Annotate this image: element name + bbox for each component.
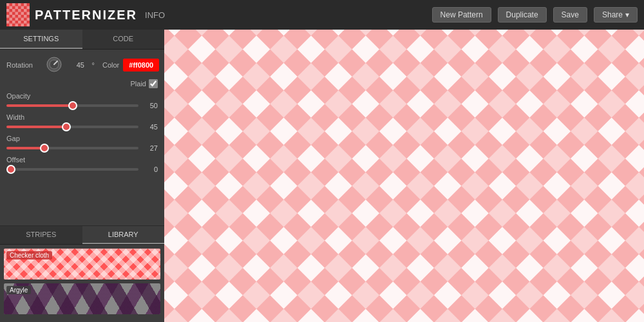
opacity-row: Opacity 50 — [6, 92, 158, 109]
app-header: PATTERNIZER INFO New Pattern Duplicate S… — [0, 0, 644, 30]
pattern-canvas — [164, 30, 644, 322]
tab-stripes[interactable]: STRIPES — [0, 226, 82, 244]
svg-rect-1 — [6, 3, 30, 26]
color-swatch[interactable]: #ff0800 — [123, 59, 159, 71]
info-label: INFO — [145, 10, 165, 20]
rotation-knob-icon — [46, 56, 62, 73]
gap-value: 27 — [142, 144, 158, 152]
color-label: Color — [102, 61, 119, 69]
main-area: SETTINGS CODE Rotation 45 ° — [0, 30, 644, 322]
pattern-preview — [164, 30, 644, 322]
gap-row: Gap 27 — [6, 135, 158, 152]
tab-library[interactable]: LIBRARY — [82, 226, 165, 244]
library-tabs: STRIPES LIBRARY — [0, 226, 164, 245]
rotation-label: Rotation — [6, 61, 42, 69]
sidebar: SETTINGS CODE Rotation 45 ° — [0, 30, 164, 322]
save-button[interactable]: Save — [553, 7, 587, 23]
library-content: Checker cloth Argyle — [0, 245, 164, 322]
plaid-row: Plaid — [6, 79, 158, 88]
plaid-checkbox[interactable] — [149, 79, 158, 88]
gap-slider[interactable] — [6, 147, 138, 149]
svg-rect-12 — [164, 30, 644, 322]
new-pattern-button[interactable]: New Pattern — [432, 7, 491, 23]
share-button[interactable]: Share ▾ — [594, 7, 638, 23]
list-item[interactable]: Checker cloth — [4, 249, 160, 279]
opacity-value: 50 — [142, 102, 158, 109]
offset-value: 0 — [142, 166, 158, 173]
library-item-label: Argyle — [6, 286, 31, 294]
opacity-label: Opacity — [6, 92, 158, 100]
library-item-label: Checker cloth — [6, 251, 52, 260]
plaid-label: Plaid — [131, 80, 146, 88]
tab-code[interactable]: CODE — [82, 30, 165, 49]
list-item[interactable]: Argyle — [4, 283, 160, 314]
rotation-unit: ° — [88, 61, 95, 69]
logo-icon — [6, 3, 30, 26]
chevron-down-icon: ▾ — [625, 10, 629, 19]
gap-label: Gap — [6, 135, 158, 142]
opacity-slider[interactable] — [6, 104, 138, 107]
width-label: Width — [6, 113, 158, 121]
rotation-knob[interactable] — [46, 56, 62, 74]
rotation-value: 45 — [66, 61, 84, 69]
app-title: PATTERNIZER — [35, 8, 137, 23]
offset-slider[interactable] — [6, 168, 138, 171]
width-value: 45 — [142, 123, 158, 131]
offset-label: Offset — [6, 156, 158, 164]
width-row: Width 45 — [6, 113, 158, 131]
tab-settings[interactable]: SETTINGS — [0, 30, 82, 49]
rotation-color-row: Rotation 45 ° Color #ff0800 — [6, 56, 158, 74]
logo-area: PATTERNIZER INFO — [6, 3, 165, 26]
settings-tabs: SETTINGS CODE — [0, 30, 164, 50]
duplicate-button[interactable]: Duplicate — [498, 7, 547, 23]
width-slider[interactable] — [6, 126, 138, 128]
settings-panel: Rotation 45 ° Color #ff0800 — [0, 50, 164, 225]
offset-row: Offset 0 — [6, 156, 158, 173]
library-section: STRIPES LIBRARY Checker cloth Argyle — [0, 225, 164, 322]
